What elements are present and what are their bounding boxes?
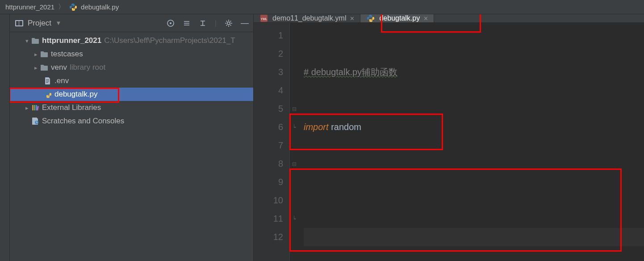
svg-rect-1	[16, 21, 19, 25]
fold-end-icon[interactable]: ┕	[290, 118, 298, 136]
project-dropdown-icon[interactable]: ▼	[55, 20, 62, 26]
code-ident: random	[329, 122, 361, 132]
breadcrumb-project-label: httprunner_2021	[5, 3, 54, 11]
project-pane: Project ▼ | — ▾ httprunner_2021 C:\Users…	[10, 14, 254, 261]
line-number: 9	[254, 173, 283, 191]
tree-item-note: library root	[70, 63, 105, 72]
breadcrumb-separator: 〉	[58, 3, 65, 11]
tree-item-scratches[interactable]: ▸ Scratches and Consoles	[10, 114, 253, 128]
hide-icon[interactable]: —	[241, 18, 249, 28]
tree-item-label: .env	[54, 76, 69, 85]
tab-demo11[interactable]: YML demo11_debugtalk.yml ✕	[254, 14, 360, 22]
tree-item-env[interactable]: .env	[10, 74, 253, 88]
svg-rect-9	[32, 105, 33, 110]
code-content[interactable]: # debugtalk.py辅助函数 import random def get…	[298, 23, 644, 261]
breadcrumb-file[interactable]: debugtalk.py	[67, 3, 121, 11]
line-number: 3	[254, 63, 283, 81]
line-number: 1	[254, 26, 283, 45]
line-number: 2	[254, 45, 283, 63]
tree-item-venv[interactable]: ▸ venv library root	[10, 61, 253, 74]
project-pane-title[interactable]: Project	[28, 19, 51, 28]
project-pane-header: Project ▼ | —	[10, 14, 253, 32]
line-number: 5	[254, 100, 283, 118]
svg-rect-6	[46, 80, 49, 80]
tree-root-name: httprunner_2021	[42, 36, 101, 45]
close-icon[interactable]: ✕	[423, 15, 428, 22]
tree-root[interactable]: ▾ httprunner_2021 C:\Users\Jeff\PycharmP…	[10, 34, 253, 47]
tree-item-label: debugtalk.py	[54, 90, 97, 99]
folder-icon	[30, 38, 40, 44]
svg-point-4	[170, 22, 171, 24]
project-icon	[14, 20, 24, 26]
editor-area: YML demo11_debugtalk.yml ✕ debugtalk.py …	[254, 14, 644, 261]
tree-item-label: Scratches and Consoles	[42, 117, 124, 126]
fold-icon[interactable]: ⊟	[290, 100, 298, 118]
target-icon[interactable]	[167, 19, 175, 27]
svg-point-5	[227, 22, 230, 25]
code-editor[interactable]: 1 2 3 4 5 6 7 8 9 10 11 12 ⊟ ┕ ⊟ ┕	[254, 23, 644, 261]
line-number: 8	[254, 155, 283, 173]
breadcrumb-project[interactable]: httprunner_2021	[4, 3, 56, 11]
folder-icon	[39, 65, 49, 71]
main-area: Project ▼ | — ▾ httprunner_2021 C:\Users…	[0, 14, 644, 261]
tab-debugtalk[interactable]: debugtalk.py ✕	[360, 14, 434, 22]
svg-text:YML: YML	[261, 17, 268, 21]
tab-label: demo11_debugtalk.yml	[272, 14, 346, 22]
line-number: 10	[254, 191, 283, 210]
python-file-icon	[43, 91, 53, 98]
line-number-gutter: 1 2 3 4 5 6 7 8 9 10 11 12	[254, 23, 289, 261]
tree-item-testcases[interactable]: ▸ testcases	[10, 47, 253, 61]
breadcrumb-file-label: debugtalk.py	[81, 3, 119, 11]
scratches-icon	[30, 118, 40, 125]
tree-item-label: testcases	[51, 50, 83, 59]
expand-all-icon[interactable]	[183, 19, 191, 27]
library-icon	[30, 105, 40, 111]
tab-label: debugtalk.py	[379, 14, 420, 22]
fold-icon[interactable]: ⊟	[290, 155, 298, 173]
code-comment: # debugtalk.py辅助函数	[304, 67, 397, 77]
project-tree[interactable]: ▾ httprunner_2021 C:\Users\Jeff\PycharmP…	[10, 32, 253, 261]
line-number: 4	[254, 81, 283, 100]
svg-rect-10	[34, 105, 35, 110]
code-keyword: import	[304, 122, 329, 132]
tree-item-external-libs[interactable]: ▸ External Libraries	[10, 101, 253, 114]
collapse-all-icon[interactable]	[199, 19, 207, 27]
fold-end-icon[interactable]: ┕	[290, 210, 298, 228]
chevron-down-icon[interactable]: ▾	[23, 38, 30, 44]
tree-item-label: venv	[51, 63, 67, 72]
tool-window-stripe[interactable]	[0, 14, 10, 261]
svg-rect-8	[46, 82, 48, 83]
tree-item-debugtalk[interactable]: debugtalk.py	[10, 88, 253, 101]
line-number: 7	[254, 136, 283, 155]
line-number: 6	[254, 118, 283, 136]
tree-item-label: External Libraries	[42, 103, 101, 112]
python-file-icon	[366, 15, 376, 22]
chevron-right-icon[interactable]: ▸	[23, 105, 30, 111]
fold-gutter: ⊟ ┕ ⊟ ┕	[289, 23, 298, 261]
line-number: 11	[254, 210, 283, 228]
breadcrumb: httprunner_2021 〉 debugtalk.py	[0, 0, 644, 14]
close-icon[interactable]: ✕	[350, 15, 355, 22]
line-number: 12	[254, 228, 283, 246]
yaml-file-icon: YML	[259, 15, 269, 22]
folder-icon	[39, 51, 49, 57]
chevron-right-icon[interactable]: ▸	[32, 51, 39, 58]
tree-root-path: C:\Users\Jeff\PycharmProjects\2021_T	[104, 36, 235, 45]
editor-tabs: YML demo11_debugtalk.yml ✕ debugtalk.py …	[254, 14, 644, 23]
gear-icon[interactable]	[225, 19, 233, 27]
file-icon	[43, 77, 53, 84]
chevron-right-icon[interactable]: ▸	[32, 64, 39, 71]
svg-rect-7	[46, 81, 49, 81]
svg-rect-2	[19, 21, 22, 25]
python-file-icon	[68, 4, 78, 11]
